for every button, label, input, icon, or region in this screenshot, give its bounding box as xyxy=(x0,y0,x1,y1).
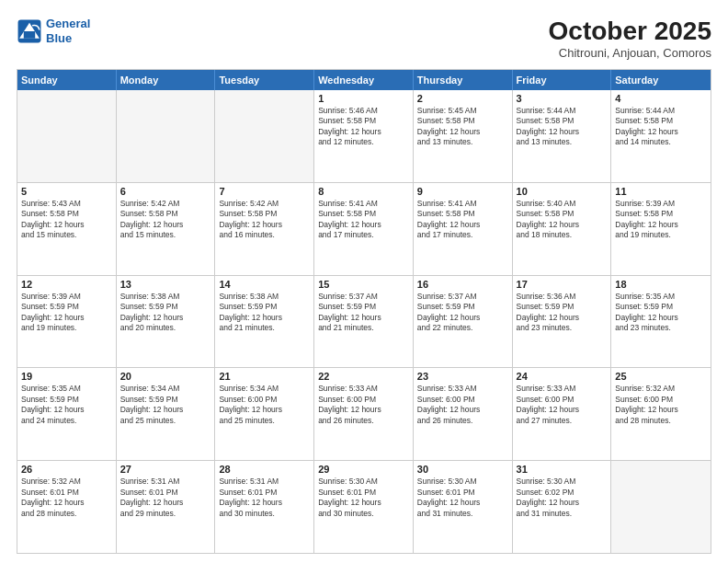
calendar-header-thursday: Thursday xyxy=(414,70,513,90)
day-info: Sunrise: 5:41 AM Sunset: 5:58 PM Dayligh… xyxy=(318,199,409,241)
calendar-day-2: 2Sunrise: 5:45 AM Sunset: 5:58 PM Daylig… xyxy=(414,90,513,182)
day-number: 11 xyxy=(615,186,707,197)
day-number: 9 xyxy=(417,186,508,197)
logo-line2: Blue xyxy=(46,31,72,45)
calendar-empty-cell xyxy=(215,90,314,182)
day-info: Sunrise: 5:31 AM Sunset: 6:01 PM Dayligh… xyxy=(219,477,310,519)
logo-text: General Blue xyxy=(46,17,90,45)
page: General Blue October 2025 Chitrouni, Anj… xyxy=(0,0,728,563)
calendar-day-29: 29Sunrise: 5:30 AM Sunset: 6:01 PM Dayli… xyxy=(314,461,414,553)
day-info: Sunrise: 5:30 AM Sunset: 6:01 PM Dayligh… xyxy=(318,477,409,519)
day-info: Sunrise: 5:31 AM Sunset: 6:01 PM Dayligh… xyxy=(120,477,211,519)
day-info: Sunrise: 5:33 AM Sunset: 6:00 PM Dayligh… xyxy=(517,384,608,426)
calendar-day-17: 17Sunrise: 5:36 AM Sunset: 5:59 PM Dayli… xyxy=(513,276,612,368)
calendar-day-7: 7Sunrise: 5:42 AM Sunset: 5:58 PM Daylig… xyxy=(215,183,314,275)
day-info: Sunrise: 5:43 AM Sunset: 5:58 PM Dayligh… xyxy=(21,199,112,241)
day-info: Sunrise: 5:34 AM Sunset: 5:59 PM Dayligh… xyxy=(120,384,211,426)
header: General Blue October 2025 Chitrouni, Anj… xyxy=(17,17,711,60)
day-number: 17 xyxy=(517,279,608,290)
calendar-day-12: 12Sunrise: 5:39 AM Sunset: 5:59 PM Dayli… xyxy=(17,276,117,368)
day-info: Sunrise: 5:32 AM Sunset: 6:00 PM Dayligh… xyxy=(615,384,707,426)
day-info: Sunrise: 5:37 AM Sunset: 5:59 PM Dayligh… xyxy=(318,292,409,334)
calendar-row-0: 1Sunrise: 5:46 AM Sunset: 5:58 PM Daylig… xyxy=(17,90,711,182)
day-info: Sunrise: 5:32 AM Sunset: 6:01 PM Dayligh… xyxy=(21,477,112,519)
day-number: 23 xyxy=(417,371,508,382)
logo: General Blue xyxy=(17,17,90,45)
calendar-header-row: SundayMondayTuesdayWednesdayThursdayFrid… xyxy=(17,70,711,90)
day-info: Sunrise: 5:33 AM Sunset: 6:00 PM Dayligh… xyxy=(417,384,508,426)
day-info: Sunrise: 5:46 AM Sunset: 5:58 PM Dayligh… xyxy=(318,106,409,148)
month-title: October 2025 xyxy=(549,17,711,46)
calendar-header-tuesday: Tuesday xyxy=(215,70,314,90)
day-info: Sunrise: 5:44 AM Sunset: 5:58 PM Dayligh… xyxy=(517,106,608,148)
calendar-day-20: 20Sunrise: 5:34 AM Sunset: 5:59 PM Dayli… xyxy=(117,368,216,460)
calendar-day-21: 21Sunrise: 5:34 AM Sunset: 6:00 PM Dayli… xyxy=(215,368,314,460)
logo-icon xyxy=(17,18,42,44)
calendar-row-1: 5Sunrise: 5:43 AM Sunset: 5:58 PM Daylig… xyxy=(17,182,711,275)
calendar-row-3: 19Sunrise: 5:35 AM Sunset: 5:59 PM Dayli… xyxy=(17,367,711,460)
day-info: Sunrise: 5:44 AM Sunset: 5:58 PM Dayligh… xyxy=(615,106,707,148)
day-info: Sunrise: 5:37 AM Sunset: 5:59 PM Dayligh… xyxy=(417,292,508,334)
day-number: 27 xyxy=(120,464,211,475)
calendar-empty-cell xyxy=(117,90,216,182)
day-info: Sunrise: 5:39 AM Sunset: 5:58 PM Dayligh… xyxy=(615,199,707,241)
calendar-row-2: 12Sunrise: 5:39 AM Sunset: 5:59 PM Dayli… xyxy=(17,275,711,368)
day-number: 2 xyxy=(417,93,508,104)
calendar-day-24: 24Sunrise: 5:33 AM Sunset: 6:00 PM Dayli… xyxy=(513,368,612,460)
calendar-row-4: 26Sunrise: 5:32 AM Sunset: 6:01 PM Dayli… xyxy=(17,460,711,553)
day-info: Sunrise: 5:34 AM Sunset: 6:00 PM Dayligh… xyxy=(219,384,310,426)
day-number: 1 xyxy=(318,93,409,104)
calendar-day-14: 14Sunrise: 5:38 AM Sunset: 5:59 PM Dayli… xyxy=(215,276,314,368)
day-number: 24 xyxy=(517,371,608,382)
calendar-body: 1Sunrise: 5:46 AM Sunset: 5:58 PM Daylig… xyxy=(17,90,711,553)
calendar: SundayMondayTuesdayWednesdayThursdayFrid… xyxy=(17,69,711,554)
calendar-empty-cell xyxy=(17,90,117,182)
day-info: Sunrise: 5:30 AM Sunset: 6:02 PM Dayligh… xyxy=(517,477,608,519)
calendar-day-11: 11Sunrise: 5:39 AM Sunset: 5:58 PM Dayli… xyxy=(611,183,711,275)
day-number: 5 xyxy=(21,186,112,197)
day-info: Sunrise: 5:33 AM Sunset: 6:00 PM Dayligh… xyxy=(318,384,409,426)
day-info: Sunrise: 5:35 AM Sunset: 5:59 PM Dayligh… xyxy=(615,292,707,334)
day-number: 22 xyxy=(318,371,409,382)
calendar-header-wednesday: Wednesday xyxy=(314,70,414,90)
day-number: 15 xyxy=(318,279,409,290)
calendar-day-13: 13Sunrise: 5:38 AM Sunset: 5:59 PM Dayli… xyxy=(117,276,216,368)
calendar-day-23: 23Sunrise: 5:33 AM Sunset: 6:00 PM Dayli… xyxy=(414,368,513,460)
day-number: 13 xyxy=(120,279,211,290)
day-number: 19 xyxy=(21,371,112,382)
calendar-day-27: 27Sunrise: 5:31 AM Sunset: 6:01 PM Dayli… xyxy=(117,461,216,553)
calendar-day-3: 3Sunrise: 5:44 AM Sunset: 5:58 PM Daylig… xyxy=(513,90,612,182)
calendar-day-25: 25Sunrise: 5:32 AM Sunset: 6:00 PM Dayli… xyxy=(611,368,711,460)
calendar-day-28: 28Sunrise: 5:31 AM Sunset: 6:01 PM Dayli… xyxy=(215,461,314,553)
calendar-day-30: 30Sunrise: 5:30 AM Sunset: 6:01 PM Dayli… xyxy=(414,461,513,553)
day-info: Sunrise: 5:38 AM Sunset: 5:59 PM Dayligh… xyxy=(120,292,211,334)
day-number: 31 xyxy=(517,464,608,475)
calendar-day-1: 1Sunrise: 5:46 AM Sunset: 5:58 PM Daylig… xyxy=(314,90,414,182)
day-info: Sunrise: 5:35 AM Sunset: 5:59 PM Dayligh… xyxy=(21,384,112,426)
day-number: 26 xyxy=(21,464,112,475)
calendar-header-friday: Friday xyxy=(513,70,612,90)
day-number: 25 xyxy=(615,371,707,382)
day-number: 29 xyxy=(318,464,409,475)
calendar-day-10: 10Sunrise: 5:40 AM Sunset: 5:58 PM Dayli… xyxy=(513,183,612,275)
title-block: October 2025 Chitrouni, Anjouan, Comoros xyxy=(549,17,711,60)
day-number: 14 xyxy=(219,279,310,290)
calendar-day-26: 26Sunrise: 5:32 AM Sunset: 6:01 PM Dayli… xyxy=(17,461,117,553)
day-number: 21 xyxy=(219,371,310,382)
day-number: 12 xyxy=(21,279,112,290)
location: Chitrouni, Anjouan, Comoros xyxy=(549,46,711,60)
day-number: 18 xyxy=(615,279,707,290)
calendar-day-9: 9Sunrise: 5:41 AM Sunset: 5:58 PM Daylig… xyxy=(414,183,513,275)
calendar-header-sunday: Sunday xyxy=(17,70,117,90)
logo-line1: General xyxy=(46,17,90,30)
day-number: 28 xyxy=(219,464,310,475)
day-info: Sunrise: 5:41 AM Sunset: 5:58 PM Dayligh… xyxy=(417,199,508,241)
calendar-header-monday: Monday xyxy=(117,70,216,90)
svg-rect-2 xyxy=(24,31,35,39)
day-info: Sunrise: 5:40 AM Sunset: 5:58 PM Dayligh… xyxy=(517,199,608,241)
calendar-day-31: 31Sunrise: 5:30 AM Sunset: 6:02 PM Dayli… xyxy=(513,461,612,553)
day-number: 7 xyxy=(219,186,310,197)
day-info: Sunrise: 5:36 AM Sunset: 5:59 PM Dayligh… xyxy=(517,292,608,334)
day-number: 20 xyxy=(120,371,211,382)
day-number: 4 xyxy=(615,93,707,104)
